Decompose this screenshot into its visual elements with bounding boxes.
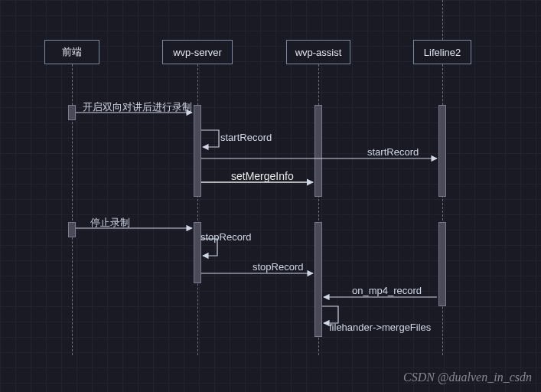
lifeline-label: 前端 — [62, 45, 82, 59]
msg-label: stopRecord — [200, 231, 251, 243]
msg-label: 开启双向对讲后进行录制 — [83, 100, 192, 114]
activation — [194, 105, 201, 197]
lifeline-label: Lifeline2 — [424, 47, 461, 58]
msg-label: on_mp4_record — [352, 285, 422, 296]
msg-label: setMergeInfo — [231, 170, 294, 182]
activation — [314, 105, 322, 197]
activation — [438, 105, 446, 197]
lifeline-wvp-server: wvp-server — [162, 40, 233, 64]
watermark: CSDN @dualven_in_csdn — [403, 371, 532, 384]
msg-label: 停止录制 — [90, 216, 130, 230]
sequence-diagram: 前端 wvp-server wvp-assist Lifeline2 — [0, 0, 541, 392]
lifeline-lifeline2: Lifeline2 — [413, 40, 471, 64]
lifeline-frontend: 前端 — [44, 40, 99, 64]
msg-label: startRecord — [367, 146, 419, 158]
lifeline-label: wvp-server — [173, 47, 222, 58]
activation — [438, 222, 446, 306]
msg-label: filehander->mergeFiles — [329, 322, 431, 333]
lifeline-line — [442, 0, 443, 40]
activation — [68, 105, 76, 120]
lifeline-wvp-assist: wvp-assist — [286, 40, 350, 64]
msg-label: stopRecord — [253, 261, 303, 273]
msg-label: startRecord — [220, 132, 272, 143]
activation — [68, 222, 76, 237]
lifeline-label: wvp-assist — [295, 47, 342, 58]
activation — [314, 222, 322, 337]
